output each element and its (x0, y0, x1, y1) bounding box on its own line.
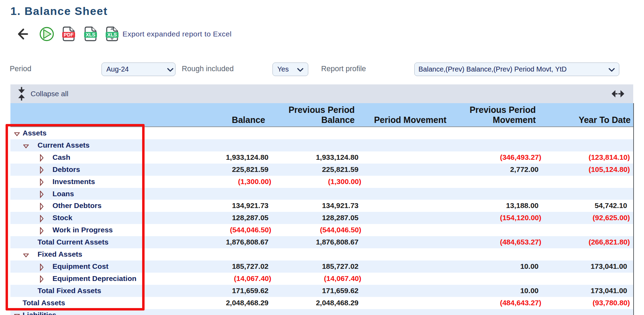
svg-text:XLS: XLS (107, 32, 117, 38)
svg-text:XLS: XLS (86, 32, 96, 38)
svg-text:PDF: PDF (64, 32, 74, 38)
